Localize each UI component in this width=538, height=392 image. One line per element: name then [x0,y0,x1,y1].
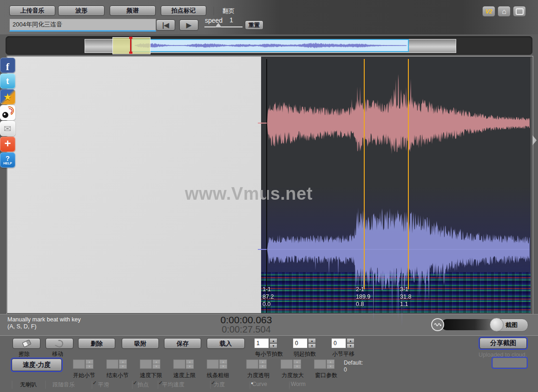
page-turn-checkbox[interactable] [213,7,214,15]
spectrum-tab-button[interactable]: 频谱 [110,6,156,16]
eraser-label: 擦除 [19,350,30,358]
smooth-checkbox[interactable]: ✓ [92,380,92,389]
delete-button[interactable]: 删除 [78,338,115,349]
playhead-cap-top [129,37,132,39]
panel-resize-handle[interactable] [532,135,537,145]
curve-label: Curve [252,381,267,387]
avg-tempo-label: 平均速度 [162,381,184,389]
overview-audio-region[interactable] [131,39,409,52]
qzone-share-button[interactable]: ★ [0,89,15,105]
beat-marker-line-3[interactable] [408,59,409,289]
marker-label-1: 1-1 87.2 0.0 [262,286,274,308]
watermark: www.Vmus.net [185,184,313,204]
curve-radio[interactable]: ● [249,381,250,390]
marker-bar: 2-1 [356,286,370,293]
help-text: HELP [3,162,12,165]
cloud-link-button[interactable] [492,358,527,368]
pickup-beats-stepper[interactable]: ▲▼ [308,338,316,348]
beat-points-checkbox[interactable]: ✓ [132,380,133,389]
help-question-icon: ? [6,155,10,162]
tempo-max-label: 速度上限 [173,372,196,379]
dynamics-opacity-label: 力度透明 [247,372,269,379]
marker-tempo: 31.8 [400,293,411,301]
beat-mark-tab-button[interactable]: 拍点标记 [161,6,206,16]
beat-marker-line-2[interactable] [364,59,365,289]
tempo-min-label: 速度下限 [140,372,162,379]
beat-points-label: 拍点 [138,381,149,389]
addthis-share-button[interactable]: + [0,137,15,152]
pickup-beats-input[interactable]: 0 [293,338,308,348]
beats-per-bar-stepper[interactable]: ▲▼ [269,338,277,348]
top-wave-centerline-stub [258,123,267,124]
load-button[interactable]: 载入 [207,338,245,349]
weibo-share-button[interactable] [0,105,15,120]
dynamics-zoom-label: 力度放大 [282,372,304,379]
follow-music-checkbox[interactable] [45,380,46,389]
move-label: 移动 [52,350,63,358]
overview-playhead[interactable] [130,37,131,54]
no-speaker-checkbox[interactable] [12,380,13,389]
total-time-display: 0:00:27.504 [195,324,297,335]
bar-shift-stepper[interactable]: ▲▼ [347,338,354,348]
bar-shift-input[interactable]: 0 [331,338,346,348]
fullscreen-button[interactable] [513,6,526,17]
move-tool-button[interactable] [46,338,73,349]
speed-slider-track[interactable] [204,26,243,27]
mail-icon: ✉ [4,123,12,134]
marker-label-2: 2-1 189.9 0.8 [356,286,370,308]
waveform-tab-button[interactable]: 波形 [58,6,105,16]
bottom-wave-centerline-stub [258,249,267,250]
spectrogram-bands [261,272,531,313]
tempo-dynamics-mode-button[interactable]: 速度-力度 [12,359,62,371]
end-bar-label: 结束小节 [106,372,129,379]
fullscreen-icon [516,8,524,15]
version-badge[interactable]: V2 [482,6,495,17]
upload-music-button[interactable]: 上传音乐 [9,6,55,16]
eraser-tool-button[interactable] [13,338,40,349]
worm-label: Worm [291,381,306,387]
qzone-star-icon: ★ [3,91,12,103]
worm-radio[interactable] [289,381,290,390]
reset-button[interactable]: 重置 [245,20,263,30]
avg-tempo-checkbox[interactable]: ✓ [157,380,158,389]
beats-per-bar-input[interactable]: 1 [254,338,269,348]
marker-tempo: 87.2 [262,293,274,301]
save-button[interactable]: 保存 [164,338,201,349]
home-icon: ⌂ [502,7,506,16]
speed-slider-thumb[interactable] [215,23,222,27]
weibo-eye [2,112,8,118]
track-title-input[interactable] [9,19,156,32]
playhead-cap-bottom [129,52,132,54]
default-label: Default: [344,359,363,366]
page-turn-label: 翻页 [223,7,235,15]
snap-button[interactable]: 吸附 [122,338,159,349]
facebook-share-button[interactable]: f [0,58,15,73]
pickup-beats-label: 弱起拍数 [294,350,316,358]
twitter-share-button[interactable]: t [0,73,15,89]
marker-bar: 1-1 [262,286,274,293]
snapshot-label: 截图 [505,321,518,329]
smooth-label: 平滑 [98,381,109,389]
move-icon [54,339,64,348]
overview-bar [6,36,532,55]
marker-label-3: 3-1 31.8 1.1 [400,286,411,308]
home-button[interactable]: ⌂ [498,6,511,17]
hint-line-2: (A, S, D, F) [7,323,37,330]
speed-value: 1 [230,16,233,24]
dynamics-checkbox[interactable]: ✓ [210,380,211,389]
help-button[interactable]: ? HELP [0,152,15,168]
window-param-label: 窗口参数 [315,372,337,379]
version-text: V2 [486,8,492,15]
play-button[interactable]: ▶ [179,20,198,31]
email-share-button[interactable]: ✉ [0,121,15,136]
line-width-label: 线条粗细 [207,372,229,379]
volume-slider-thumb[interactable] [490,318,504,332]
share-screenshot-button[interactable]: 分享截图 [479,338,527,349]
dynamics-label: 力度 [214,381,225,389]
marker-beat: 1.1 [400,301,411,308]
skip-to-start-button[interactable]: |◀ [156,20,175,31]
main-playhead-line[interactable] [266,59,267,313]
default-value: 0 [344,366,347,373]
uploaded-status-text: Uploaded to cloud. [479,352,527,358]
facebook-icon: f [6,61,9,73]
